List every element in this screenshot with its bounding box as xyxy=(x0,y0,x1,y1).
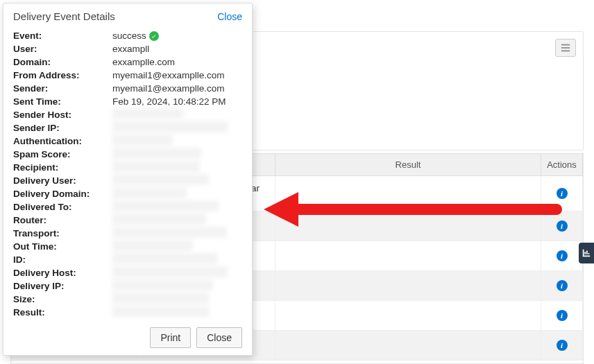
detail-value xyxy=(112,148,242,161)
detail-label: Recipient: xyxy=(13,161,112,174)
cell-actions: i xyxy=(541,271,583,301)
delivery-event-modal: Delivery Event Details Close Event:succe… xyxy=(3,3,253,356)
detail-row: Recipient: xyxy=(13,161,242,174)
detail-row: Delivery IP: xyxy=(13,279,242,293)
svg-rect-0 xyxy=(561,44,570,46)
detail-value xyxy=(112,161,242,174)
info-icon[interactable]: i xyxy=(557,188,568,199)
cell-actions: i xyxy=(541,241,583,271)
detail-value: myemail1@exxamplle.com xyxy=(112,82,242,95)
detail-label: Router: xyxy=(13,214,112,227)
close-button[interactable]: Close xyxy=(196,327,242,348)
info-icon[interactable]: i xyxy=(557,250,568,261)
list-icon xyxy=(561,43,570,53)
detail-label: Spam Score: xyxy=(13,148,112,161)
detail-row: Delivery Host: xyxy=(13,266,242,279)
detail-value xyxy=(112,187,242,200)
detail-label: Delivered To: xyxy=(13,200,112,214)
detail-row: Router: xyxy=(13,214,242,227)
modal-close-link[interactable]: Close xyxy=(217,11,242,22)
detail-label: Authentication: xyxy=(13,135,112,148)
detail-label: Domain: xyxy=(13,55,112,69)
detail-label: Transport: xyxy=(13,227,112,240)
detail-row: Sender Host: xyxy=(13,108,242,121)
detail-row: Result: xyxy=(13,306,242,319)
detail-value xyxy=(112,108,242,121)
detail-label: Delivery Domain: xyxy=(13,187,112,200)
detail-row: Size: xyxy=(13,293,242,306)
detail-value xyxy=(112,293,242,306)
view-toggle-button[interactable] xyxy=(555,39,576,57)
cell-result xyxy=(275,241,541,271)
detail-row: Delivery Domain: xyxy=(13,187,242,200)
detail-value xyxy=(112,240,242,253)
detail-row: Delivery User: xyxy=(13,174,242,187)
detail-row: ID: xyxy=(13,253,242,266)
detail-row: User:exxampll xyxy=(13,42,242,55)
detail-row: Transport: xyxy=(13,227,242,240)
cell-result xyxy=(275,176,541,211)
modal-actions: Print Close xyxy=(3,322,252,351)
detail-value xyxy=(112,279,242,293)
detail-value: myemail1@exxamplle.com xyxy=(112,69,242,82)
detail-label: Size: xyxy=(13,293,112,306)
stats-side-tab[interactable] xyxy=(579,243,594,263)
print-button[interactable]: Print xyxy=(150,327,191,348)
cell-result xyxy=(275,211,541,241)
detail-value xyxy=(112,121,242,135)
detail-label: Delivery User: xyxy=(13,174,112,187)
detail-label: Sent Time: xyxy=(13,95,112,108)
col-header-result[interactable]: Result xyxy=(275,154,541,176)
detail-value xyxy=(112,135,242,148)
detail-row: Out Time: xyxy=(13,240,242,253)
chart-icon xyxy=(582,248,591,258)
detail-row: Event:success xyxy=(13,29,242,42)
detail-row: From Address:myemail1@exxamplle.com xyxy=(13,69,242,82)
detail-row: Domain:exxamplle.com xyxy=(13,55,242,69)
info-icon[interactable]: i xyxy=(557,220,568,232)
cell-result xyxy=(275,331,541,361)
detail-row: Sent Time:Feb 19, 2024, 10:48:22 PM xyxy=(13,95,242,108)
detail-row: Spam Score: xyxy=(13,148,242,161)
detail-value xyxy=(112,227,242,240)
modal-title: Delivery Event Details xyxy=(13,10,115,22)
detail-label: Sender IP: xyxy=(13,121,112,135)
detail-label: User: xyxy=(13,42,112,55)
svg-rect-2 xyxy=(561,51,570,52)
detail-list: Event:successUser:exxampllDomain:exxampl… xyxy=(3,26,252,322)
detail-label: Sender Host: xyxy=(13,108,112,121)
detail-label: Sender: xyxy=(13,82,112,95)
detail-label: From Address: xyxy=(13,69,112,82)
detail-value: exxamplle.com xyxy=(112,55,242,69)
cell-result xyxy=(275,301,541,331)
cell-result xyxy=(275,271,541,301)
col-header-actions[interactable]: Actions xyxy=(541,154,583,176)
detail-label: Result: xyxy=(13,306,112,319)
detail-label: Event: xyxy=(13,29,112,42)
detail-value: Feb 19, 2024, 10:48:22 PM xyxy=(112,95,242,108)
cell-actions: i xyxy=(541,331,583,361)
info-icon[interactable]: i xyxy=(557,340,568,351)
detail-label: Delivery Host: xyxy=(13,266,112,279)
success-check-icon xyxy=(149,31,159,41)
detail-label: Delivery IP: xyxy=(13,279,112,293)
detail-row: Sender:myemail1@exxamplle.com xyxy=(13,82,242,95)
detail-row: Sender IP: xyxy=(13,121,242,135)
detail-value: success xyxy=(112,29,242,42)
info-icon[interactable]: i xyxy=(557,310,568,321)
detail-label: ID: xyxy=(13,253,112,266)
detail-value xyxy=(112,214,242,227)
svg-rect-1 xyxy=(561,47,570,49)
detail-value xyxy=(112,200,242,214)
detail-row: Authentication: xyxy=(13,135,242,148)
modal-header: Delivery Event Details Close xyxy=(3,3,252,26)
detail-value xyxy=(112,306,242,319)
detail-row: Delivered To: xyxy=(13,200,242,214)
cell-actions: i xyxy=(541,211,583,241)
detail-label: Out Time: xyxy=(13,240,112,253)
cell-actions: i xyxy=(541,301,583,331)
detail-value xyxy=(112,174,242,187)
info-icon[interactable]: i xyxy=(557,280,568,291)
cell-actions: i xyxy=(541,176,583,211)
detail-value xyxy=(112,266,242,279)
